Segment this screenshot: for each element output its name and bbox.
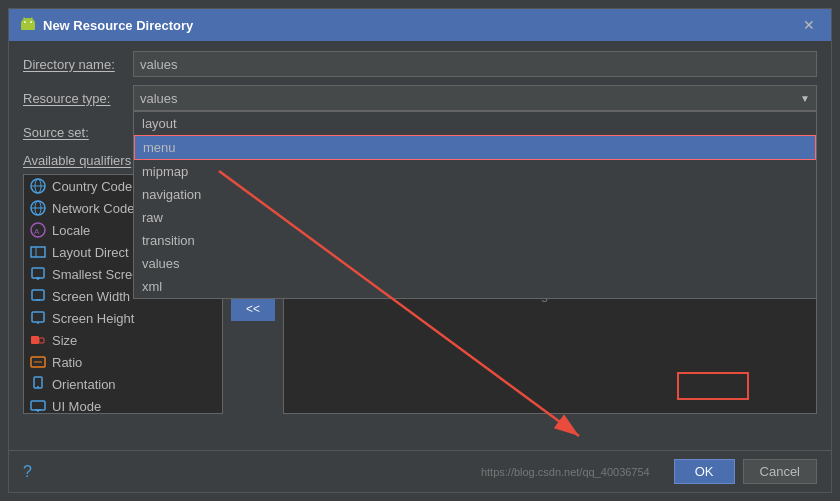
svg-rect-29: [31, 401, 45, 410]
resource-type-dropdown[interactable]: values ▼ layout menu mipmap navigation r…: [133, 85, 817, 111]
svg-rect-21: [32, 312, 44, 322]
svg-rect-1: [21, 23, 35, 30]
qualifier-ratio[interactable]: Ratio: [24, 351, 222, 373]
qualifier-screen-width-label: Screen Width: [52, 289, 130, 304]
qualifier-screen-height-label: Screen Height: [52, 311, 134, 326]
dropdown-arrow-icon: ▼: [800, 93, 810, 104]
svg-rect-24: [39, 338, 44, 343]
qualifier-network-code-label: Network Code: [52, 201, 134, 216]
size-icon: [30, 332, 46, 348]
svg-rect-23: [31, 336, 39, 344]
dropdown-item-values[interactable]: values: [134, 252, 816, 275]
directory-name-input[interactable]: [133, 51, 817, 77]
locale-icon: A: [30, 222, 46, 238]
svg-text:A: A: [34, 227, 40, 236]
dropdown-item-layout[interactable]: layout: [134, 112, 816, 135]
qualifier-country-code-label: Country Code: [52, 179, 132, 194]
dropdown-item-mipmap[interactable]: mipmap: [134, 160, 816, 183]
help-icon[interactable]: ?: [23, 463, 32, 481]
title-bar-left: New Resource Directory: [19, 16, 193, 34]
qualifier-locale-label: Locale: [52, 223, 90, 238]
dropdown-item-transition[interactable]: transition: [134, 229, 816, 252]
ok-button[interactable]: OK: [674, 459, 735, 484]
footer-right: https://blog.csdn.net/qq_40036754 OK Can…: [481, 459, 817, 484]
remove-qualifier-button[interactable]: <<: [231, 297, 275, 321]
directory-name-label: Directory name:: [23, 57, 133, 72]
dropdown-item-xml[interactable]: xml: [134, 275, 816, 298]
svg-rect-19: [32, 290, 44, 300]
qualifier-ui-mode-label: UI Mode: [52, 399, 101, 414]
ui-mode-icon: [30, 398, 46, 414]
dropdown-item-raw[interactable]: raw: [134, 206, 816, 229]
layout-direct-icon: [30, 244, 46, 260]
directory-name-row: Directory name:: [23, 51, 817, 77]
qualifier-ratio-label: Ratio: [52, 355, 82, 370]
country-code-icon: [30, 178, 46, 194]
screen-height-icon: [30, 310, 46, 326]
resource-type-row: Resource type: values ▼ layout menu mipm…: [23, 85, 817, 111]
network-code-icon: [30, 200, 46, 216]
ratio-icon: [30, 354, 46, 370]
resource-type-value: values: [140, 91, 178, 106]
smallest-screen-icon: [30, 266, 46, 282]
new-resource-directory-dialog: New Resource Directory ✕ Directory name:…: [8, 8, 832, 493]
dropdown-item-navigation[interactable]: navigation: [134, 183, 816, 206]
resource-type-label: Resource type:: [23, 91, 133, 106]
qualifier-ui-mode[interactable]: UI Mode: [24, 395, 222, 414]
cancel-button[interactable]: Cancel: [743, 459, 817, 484]
screen-width-icon: [30, 288, 46, 304]
dialog-title: New Resource Directory: [43, 18, 193, 33]
qualifier-size[interactable]: Size: [24, 329, 222, 351]
android-icon: [19, 16, 37, 34]
svg-rect-14: [31, 247, 45, 257]
qualifier-size-label: Size: [52, 333, 77, 348]
qualifier-orientation-label: Orientation: [52, 377, 116, 392]
close-button[interactable]: ✕: [797, 15, 821, 35]
title-bar: New Resource Directory ✕: [9, 9, 831, 41]
qualifier-layout-direct-label: Layout Direct: [52, 245, 129, 260]
orientation-icon: [30, 376, 46, 392]
dialog-footer: ? https://blog.csdn.net/qq_40036754 OK C…: [9, 450, 831, 492]
resource-type-menu: layout menu mipmap navigation raw transi…: [133, 111, 817, 299]
svg-point-28: [37, 386, 39, 388]
qualifier-orientation[interactable]: Orientation: [24, 373, 222, 395]
resource-type-dropdown-btn[interactable]: values ▼: [133, 85, 817, 111]
footer-url: https://blog.csdn.net/qq_40036754: [481, 466, 650, 478]
qualifier-screen-height[interactable]: Screen Height: [24, 307, 222, 329]
dialog-body: Directory name: Resource type: values ▼ …: [9, 41, 831, 450]
svg-rect-16: [32, 268, 44, 278]
source-set-label: Source set:: [23, 125, 133, 140]
dropdown-item-menu[interactable]: menu: [134, 135, 816, 160]
